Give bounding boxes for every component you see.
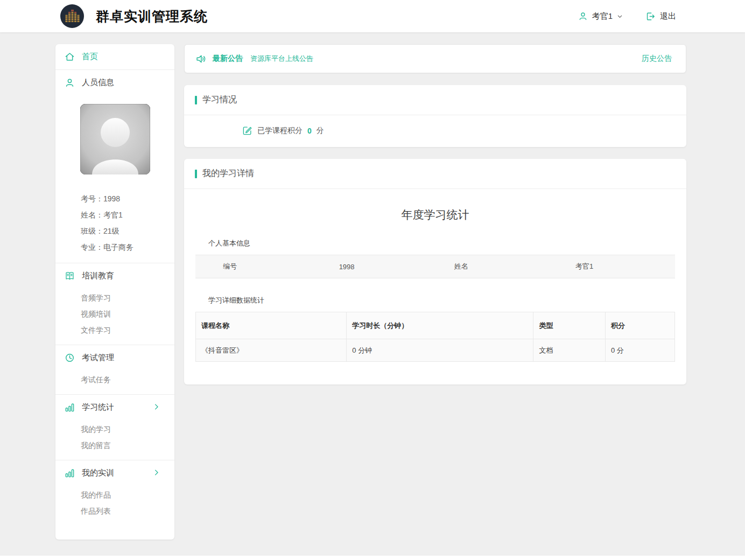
- exam-submenu: 考试任务: [55, 370, 174, 394]
- sidebar-item-my-works[interactable]: 我的作品: [81, 487, 174, 503]
- score-unit: 分: [317, 126, 324, 136]
- cell-course-name: 《抖音雷区》: [196, 339, 347, 362]
- profile-class: 班级：21级: [81, 223, 174, 239]
- stats-submenu: 我的学习 我的留言: [55, 420, 174, 460]
- annual-stats-heading: 年度学习统计: [195, 189, 675, 239]
- page-body: 首页 人员信息: [0, 32, 745, 556]
- sidebar-item-my-study[interactable]: 我的学习: [81, 421, 174, 437]
- training-submenu: 音频学习 视频培训 文件学习: [55, 289, 174, 345]
- edit-icon: [242, 125, 252, 136]
- profile-name: 姓名：考官1: [81, 207, 174, 223]
- main-content: 最新公告 资源库平台上线公告 历史公告 学习情况 已学课程积分 0 分: [184, 44, 686, 384]
- sidebar: 首页 人员信息: [55, 44, 174, 540]
- sidebar-item-study-stats[interactable]: 学习统计: [55, 395, 174, 420]
- study-status-body: 已学课程积分 0 分: [184, 115, 686, 147]
- study-detail-table: 课程名称 学习时长（分钟） 类型 积分 《抖音雷区》 0 分钟 文档 0 分: [195, 312, 675, 362]
- username: 考官1: [592, 11, 613, 22]
- sidebar-item-audio-study[interactable]: 音频学习: [81, 290, 174, 306]
- table-header-row: 课程名称 学习时长（分钟） 类型 积分: [196, 312, 675, 339]
- latest-announcement-label: 最新公告: [213, 54, 243, 64]
- column-header-score: 积分: [605, 312, 674, 339]
- study-detail-header: 我的学习详情: [184, 159, 686, 189]
- user-icon: [578, 11, 588, 21]
- sidebar-item-my-messages[interactable]: 我的留言: [81, 437, 174, 453]
- cell-duration: 0 分钟: [347, 339, 533, 362]
- basic-info-field: 姓名: [429, 262, 494, 271]
- sidebar-item-home[interactable]: 首页: [55, 44, 174, 69]
- sidebar-stats-label: 学习统计: [82, 402, 114, 412]
- basic-info-label: 个人基本信息: [208, 239, 675, 248]
- sidebar-item-video-training[interactable]: 视频培训: [81, 306, 174, 322]
- study-detail-card: 我的学习详情 年度学习统计 个人基本信息 编号 1998 姓名 考官1 学习详细…: [184, 159, 686, 384]
- avatar-placeholder-image: [80, 104, 150, 174]
- cell-type: 文档: [533, 339, 606, 362]
- detail-table-label: 学习详细数据统计: [208, 296, 675, 305]
- logout-label: 退出: [660, 11, 676, 22]
- basic-info-value: 考官1: [494, 262, 675, 271]
- announcement-bar: 最新公告 资源库平台上线公告 历史公告: [184, 44, 686, 73]
- equalizer-logo-icon: [60, 4, 84, 28]
- basic-info-value: 1998: [264, 263, 429, 271]
- clock-icon: [65, 353, 75, 363]
- chevron-right-icon: [152, 403, 160, 411]
- basic-info-field: 编号: [195, 262, 264, 271]
- study-detail-title: 我的学习详情: [202, 168, 254, 179]
- column-header-course: 课程名称: [196, 312, 347, 339]
- chevron-down-icon: [617, 13, 623, 19]
- sidebar-item-person-info[interactable]: 人员信息: [55, 70, 174, 95]
- score-label: 已学课程积分: [257, 126, 303, 136]
- sidebar-practice-label: 我的实训: [82, 468, 114, 478]
- sidebar-item-file-study[interactable]: 文件学习: [81, 322, 174, 338]
- chevron-right-icon: [152, 468, 160, 477]
- column-header-type: 类型: [533, 312, 606, 339]
- cell-score: 0 分: [605, 339, 674, 362]
- app-logo[interactable]: [60, 4, 84, 28]
- profile-block: 考号：1998 姓名：考官1 班级：21级 专业：电子商务: [55, 191, 174, 263]
- bar-chart-icon: [65, 468, 75, 478]
- sidebar-training-label: 培训教育: [82, 271, 114, 281]
- home-icon: [65, 52, 75, 62]
- accent-bar: [195, 96, 197, 104]
- history-announcements-link[interactable]: 历史公告: [642, 54, 672, 64]
- profile-exam-no: 考号：1998: [81, 191, 174, 207]
- logout-icon: [645, 11, 656, 22]
- basic-info-row: 编号 1998 姓名 考官1: [195, 255, 675, 278]
- sidebar-home-label: 首页: [82, 52, 98, 62]
- announcement-link[interactable]: 资源库平台上线公告: [250, 54, 313, 64]
- header: 群卓实训管理系统 考官1 退出: [0, 0, 745, 32]
- speaker-icon: [195, 53, 207, 65]
- column-header-duration: 学习时长（分钟）: [347, 312, 533, 339]
- sidebar-item-my-practice[interactable]: 我的实训: [55, 460, 174, 486]
- person-icon: [65, 78, 75, 88]
- score-value: 0: [307, 127, 312, 135]
- study-detail-body: 年度学习统计 个人基本信息 编号 1998 姓名 考官1 学习详细数据统计 课程…: [184, 189, 686, 384]
- book-icon: [65, 271, 75, 281]
- header-right: 考官1 退出: [578, 11, 676, 22]
- study-status-header: 学习情况: [184, 85, 686, 115]
- app-title: 群卓实训管理系统: [96, 8, 208, 25]
- sidebar-exam-label: 考试管理: [82, 353, 114, 363]
- sidebar-item-exam-management[interactable]: 考试管理: [55, 345, 174, 370]
- table-row: 《抖音雷区》 0 分钟 文档 0 分: [196, 339, 675, 362]
- sidebar-person-label: 人员信息: [82, 78, 114, 88]
- study-status-card: 学习情况 已学课程积分 0 分: [184, 85, 686, 147]
- study-status-title: 学习情况: [202, 94, 237, 106]
- sidebar-item-works-list[interactable]: 作品列表: [81, 503, 174, 519]
- avatar: [80, 104, 150, 177]
- accent-bar: [195, 170, 197, 178]
- practice-submenu: 我的作品 作品列表: [55, 486, 174, 526]
- sidebar-item-training[interactable]: 培训教育: [55, 263, 174, 289]
- logout-button[interactable]: 退出: [645, 11, 676, 22]
- bar-chart-icon: [65, 402, 75, 412]
- footer: 版权所有 ©Copyright 2009 - 2020. 56sucai.com…: [0, 556, 745, 560]
- user-menu[interactable]: 考官1: [578, 11, 623, 22]
- profile-major: 专业：电子商务: [81, 239, 174, 255]
- sidebar-item-exam-task[interactable]: 考试任务: [81, 372, 174, 388]
